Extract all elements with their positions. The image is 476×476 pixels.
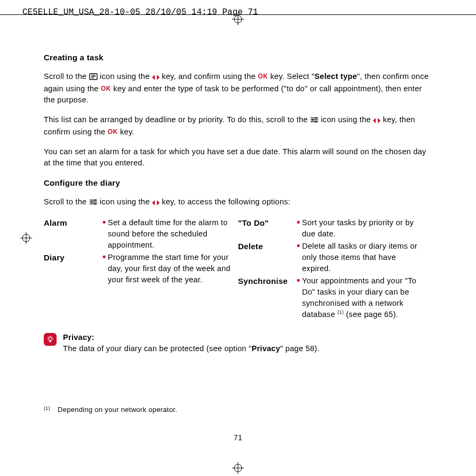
svg-marker-29 <box>152 200 155 205</box>
option-label: Alarm <box>44 217 102 229</box>
settings-list-icon <box>310 115 319 126</box>
text: key, and confirm using the <box>162 72 258 81</box>
bullet-icon: • <box>297 275 302 286</box>
nav-arrows-icon <box>373 115 380 126</box>
options-columns: Alarm • Set a default time for the alarm… <box>44 217 432 321</box>
privacy-label: Privacy: <box>63 333 94 342</box>
paragraph-diary-intro: Scroll to the icon using the key, to acc… <box>44 196 432 209</box>
heading-configure-diary: Configure the diary <box>44 177 432 189</box>
text: key. <box>120 128 134 136</box>
settings-list-icon <box>89 197 98 209</box>
privacy-callout: Privacy: The data of your diary can be p… <box>44 332 432 354</box>
svg-point-27 <box>91 201 92 203</box>
svg-marker-22 <box>378 118 380 123</box>
footnote-ref: (1) <box>337 310 344 315</box>
privacy-text: Privacy: The data of your diary can be p… <box>63 332 432 354</box>
svg-marker-13 <box>152 75 155 80</box>
paragraph-task-2: This list can be arranged by deadline or… <box>44 114 432 138</box>
svg-point-31 <box>49 337 52 340</box>
footnote-mark: (1) <box>44 405 58 412</box>
text: Scroll to the <box>44 197 89 206</box>
lightbulb-icon <box>44 333 57 346</box>
option-label: Synchronise <box>238 275 297 287</box>
text: " page 58). <box>280 344 320 353</box>
footnote-text: Depending on your network operator. <box>58 405 177 415</box>
bullet-icon: • <box>297 217 302 228</box>
option-text: Sort your tasks by priority or by due da… <box>302 217 432 240</box>
nav-arrows-icon <box>152 72 160 83</box>
svg-point-18 <box>315 117 316 118</box>
svg-marker-30 <box>157 200 160 205</box>
svg-point-20 <box>315 121 316 122</box>
option-label: "To Do" <box>238 217 297 229</box>
text: This list can be arranged by deadline or… <box>44 115 310 124</box>
footnote: (1) Depending on your network operator. <box>44 405 432 415</box>
option-text: Set a default time for the alarm to soun… <box>108 217 238 251</box>
svg-marker-21 <box>373 118 376 123</box>
svg-line-36 <box>52 337 52 337</box>
option-text: Delete all tasks or diary items or only … <box>302 241 432 274</box>
text: Scroll to the <box>44 72 89 81</box>
option-text: Your appointments and your "To Do" tasks… <box>302 275 432 320</box>
option-todo: "To Do" • Sort your tasks by priority or… <box>238 217 432 240</box>
text: key. Select " <box>271 72 315 81</box>
bullet-icon: • <box>102 217 108 228</box>
privacy-bold: Privacy <box>251 344 280 353</box>
text: (see page 65). <box>344 310 398 319</box>
svg-marker-14 <box>157 75 160 80</box>
options-col-left: Alarm • Set a default time for the alarm… <box>44 217 238 321</box>
option-diary: Diary • Programme the start time for you… <box>44 252 238 285</box>
options-col-right: "To Do" • Sort your tasks by priority or… <box>238 217 432 321</box>
ok-key-icon: OK <box>101 85 111 92</box>
option-label: Delete <box>238 241 297 252</box>
svg-point-26 <box>94 199 96 201</box>
paragraph-task-3: You can set an alarm for a task for whic… <box>44 146 432 169</box>
svg-line-35 <box>48 337 49 337</box>
heading-creating-task: Creating a task <box>44 52 432 64</box>
text: key, to access the following options: <box>162 197 290 206</box>
paragraph-task-1: Scroll to the icon using the key, and co… <box>44 71 432 106</box>
text: icon using the <box>100 197 152 206</box>
svg-point-19 <box>312 119 313 121</box>
nav-arrows-icon <box>152 197 160 209</box>
svg-rect-37 <box>50 340 51 342</box>
bullet-icon: • <box>297 241 302 251</box>
option-delete: Delete • Delete all tasks or diary items… <box>238 241 432 274</box>
option-alarm: Alarm • Set a default time for the alarm… <box>44 217 238 251</box>
page-number: 71 <box>0 432 476 443</box>
bullet-icon: • <box>102 252 108 263</box>
ok-key-icon: OK <box>108 128 118 136</box>
svg-point-28 <box>94 203 96 204</box>
option-label: Diary <box>44 252 102 264</box>
text: icon using the <box>321 115 373 124</box>
select-type-bold: Select type <box>314 72 357 81</box>
crop-mark-top <box>232 13 244 25</box>
text: The data of your diary can be protected … <box>63 344 251 353</box>
page-content: Creating a task Scroll to the icon using… <box>0 22 476 415</box>
text: icon using the <box>100 72 152 81</box>
task-list-icon <box>89 72 98 83</box>
ok-key-icon: OK <box>258 73 268 80</box>
option-text: Programme the start time for your day, y… <box>108 252 238 285</box>
crop-mark-left <box>20 232 32 244</box>
option-synchronise: Synchronise • Your appointments and your… <box>238 275 432 320</box>
crop-mark-bottom <box>232 462 244 474</box>
